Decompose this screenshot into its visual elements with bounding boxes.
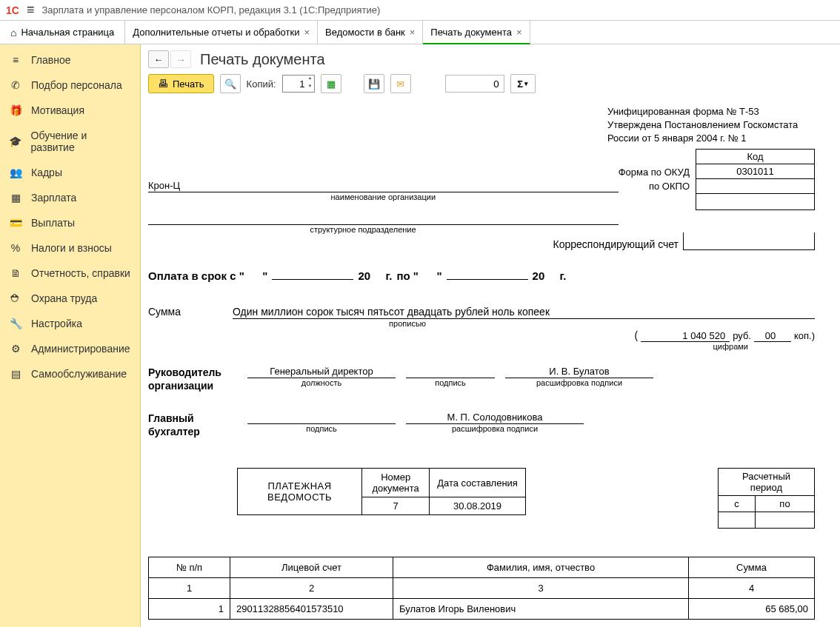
sidebar-item-label: Охрана труда [31, 292, 97, 304]
panel-icon: ▤ [9, 368, 22, 380]
nav-back-button[interactable]: ← [148, 50, 169, 68]
email-button[interactable]: ✉ [390, 74, 411, 93]
vedomost-title-block: ПЛАТЕЖНАЯВЕДОМОСТЬ Номер документа Дата … [148, 468, 815, 529]
page-title: Печать документа [200, 51, 325, 68]
edit-button[interactable]: ▦ [321, 74, 341, 93]
arrow-left-icon: ← [154, 54, 164, 65]
save-button[interactable]: 💾 [364, 74, 384, 93]
tab-bank[interactable]: Ведомости в банк × [318, 21, 423, 44]
magnifier-icon: 🔍 [224, 78, 236, 90]
hamburger-icon[interactable]: ≡ [27, 2, 35, 18]
document-body: Унифицированная форма № Т-53 Утверждена … [148, 105, 815, 620]
col-header-account: Лицевой счет [230, 557, 393, 578]
close-icon[interactable]: × [410, 27, 416, 38]
close-icon[interactable]: × [516, 27, 522, 38]
acc-label: Главный бухгалтер [148, 412, 237, 438]
tab-print-document[interactable]: Печать документа × [423, 21, 530, 44]
sidebar-item-main[interactable]: ≡Главное [0, 47, 140, 73]
sidebar-item-label: Мотивация [31, 104, 84, 116]
tab-home[interactable]: ⌂ Начальная страница [0, 21, 125, 44]
col-header-sum: Сумма [689, 557, 815, 578]
sidebar-item-label: Главное [31, 54, 71, 66]
printer-icon: 🖶 [158, 78, 168, 90]
sum-digits-row: ( 1 040 520 руб. 00 коп.) [148, 329, 815, 342]
sidebar: ≡Главное ✆Подбор персонала 🎁Мотивация 🎓О… [0, 44, 141, 627]
zero-field[interactable] [445, 75, 504, 93]
sum-kop-digits: 00 [754, 330, 791, 342]
nav-forward-button[interactable]: → [170, 50, 191, 68]
dropdown-icon: ▾ [524, 80, 528, 87]
home-icon: ⌂ [10, 27, 16, 38]
sidebar-item-payments[interactable]: 💳Выплаты [0, 210, 140, 235]
card-icon: 💳 [9, 217, 22, 229]
tab-reports[interactable]: Дополнительные отчеты и обработки × [125, 21, 318, 44]
main-table: № п/п Лицевой счет Фамилия, имя, отчеств… [148, 557, 815, 620]
pv-date-label: Дата составления [430, 469, 526, 497]
sidebar-item-salary[interactable]: ▦Зарплата [0, 185, 140, 210]
phone-icon: ✆ [9, 79, 22, 91]
percent-icon: % [9, 242, 22, 254]
col-header-fio: Фамилия, имя, отчество [393, 557, 689, 578]
sidebar-item-label: Отчетность, справки [31, 267, 130, 279]
tab-label: Дополнительные отчеты и обработки [133, 27, 299, 38]
pv-date: 30.08.2019 [430, 497, 526, 515]
list-icon: ≡ [9, 54, 22, 66]
table-edit-icon: ▦ [327, 78, 336, 90]
sidebar-item-taxes[interactable]: %Налоги и взносы [0, 235, 140, 261]
head-label: Руководитель организации [148, 366, 237, 392]
sum-digits-caption: цифрами [148, 342, 748, 351]
sidebar-item-label: Подбор персонала [31, 79, 122, 91]
sigma-icon: Σ [517, 78, 523, 90]
spinner-up[interactable]: ▲ [307, 76, 314, 84]
sum-digits: 1 040 520 [641, 330, 730, 342]
floppy-icon: 💾 [368, 78, 380, 90]
sidebar-item-label: Настройка [31, 318, 82, 329]
okud-label: Форма по ОКУД [619, 165, 690, 180]
preview-button[interactable]: 🔍 [220, 74, 241, 93]
subdivision-line [148, 212, 619, 225]
graduation-icon: 🎓 [9, 135, 22, 147]
sidebar-item-label: Администрирование [31, 343, 130, 355]
sidebar-item-motivation[interactable]: 🎁Мотивация [0, 98, 140, 123]
sigma-button[interactable]: Σ▾ [510, 74, 536, 93]
head-name: И. В. Булатов [505, 366, 653, 378]
payment-term-row: Оплата в срок с " " 20 г. по " " 20 г. [148, 269, 815, 282]
code-header: Код [696, 149, 815, 164]
copies-label: Копий: [247, 78, 276, 90]
arrow-right-icon: → [176, 54, 186, 65]
sidebar-item-label: Обучение и развитие [31, 130, 131, 153]
gear-icon: ⚙ [9, 343, 22, 355]
print-button[interactable]: 🖶 Печать [148, 74, 214, 93]
main-area: ← → Печать документа 🖶 Печать 🔍 Копий: ▲… [141, 44, 840, 627]
helmet-icon: ⛑ [9, 292, 22, 304]
korr-box [683, 232, 815, 250]
sidebar-item-education[interactable]: 🎓Обучение и развитие [0, 123, 140, 160]
subdiv-caption: структурное подразделение [252, 225, 474, 234]
spinner-down[interactable]: ▼ [307, 84, 314, 92]
pv-num: 7 [362, 497, 430, 515]
document-area[interactable]: Унифицированная форма № Т-53 Утверждена … [141, 101, 840, 627]
logo-1c: 1C [6, 4, 19, 16]
org-name: Крон-Ц [148, 180, 619, 192]
korr-label: Корреспондирующий счет [553, 238, 679, 250]
sum-row: Сумма Один миллион сорок тысяч пятьсот д… [148, 306, 815, 319]
sidebar-item-selfservice[interactable]: ▤Самообслуживание [0, 361, 140, 386]
code-table: Код 0301011 [696, 149, 815, 210]
sidebar-item-admin[interactable]: ⚙Администрирование [0, 336, 140, 361]
sidebar-item-label: Налоги и взносы [31, 242, 112, 254]
tab-label: Печать документа [430, 27, 512, 38]
sum-label: Сумма [148, 306, 219, 318]
okud-value: 0301011 [696, 164, 815, 178]
pv-title: ПЛАТЕЖНАЯВЕДОМОСТЬ [238, 469, 362, 515]
col-header-num: № п/п [149, 557, 230, 578]
close-icon[interactable]: × [304, 27, 310, 38]
tab-home-label: Начальная страница [21, 27, 114, 38]
wrench-icon: 🔧 [9, 318, 22, 329]
people-icon: 👥 [9, 167, 22, 178]
sidebar-item-hr[interactable]: 👥Кадры [0, 160, 140, 185]
sidebar-item-settings[interactable]: 🔧Настройка [0, 311, 140, 336]
sidebar-item-safety[interactable]: ⛑Охрана труда [0, 286, 140, 311]
accountant-sign-row: Главный бухгалтер подпись М. П. Солодовн… [148, 412, 815, 438]
sidebar-item-recruit[interactable]: ✆Подбор персонала [0, 73, 140, 98]
sidebar-item-reports[interactable]: 🗎Отчетность, справки [0, 261, 140, 286]
